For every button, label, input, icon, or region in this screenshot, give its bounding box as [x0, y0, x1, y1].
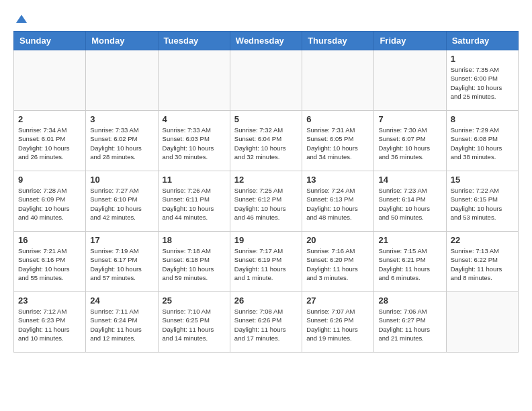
- day-cell: 8Sunrise: 7:29 AM Sunset: 6:08 PM Daylig…: [446, 111, 518, 171]
- day-cell: 16Sunrise: 7:21 AM Sunset: 6:16 PM Dayli…: [14, 232, 86, 292]
- day-number: 21: [378, 235, 441, 245]
- week-row-5: 23Sunrise: 7:12 AM Sunset: 6:23 PM Dayli…: [14, 292, 519, 353]
- day-info: Sunrise: 7:33 AM Sunset: 6:02 PM Dayligh…: [90, 126, 153, 161]
- day-cell: 13Sunrise: 7:24 AM Sunset: 6:13 PM Dayli…: [302, 171, 374, 232]
- day-info: Sunrise: 7:29 AM Sunset: 6:08 PM Dayligh…: [451, 126, 514, 161]
- day-cell: 21Sunrise: 7:15 AM Sunset: 6:21 PM Dayli…: [374, 232, 446, 292]
- day-info: Sunrise: 7:23 AM Sunset: 6:14 PM Dayligh…: [378, 186, 441, 222]
- day-number: 7: [378, 114, 441, 124]
- weekday-header-row: SundayMondayTuesdayWednesdayThursdayFrid…: [14, 32, 519, 50]
- day-info: Sunrise: 7:08 AM Sunset: 6:26 PM Dayligh…: [234, 307, 298, 342]
- week-row-3: 9Sunrise: 7:28 AM Sunset: 6:09 PM Daylig…: [14, 171, 519, 232]
- logo: [13, 13, 28, 24]
- day-info: Sunrise: 7:24 AM Sunset: 6:13 PM Dayligh…: [306, 186, 369, 222]
- day-cell: 3Sunrise: 7:33 AM Sunset: 6:02 PM Daylig…: [86, 111, 158, 171]
- day-number: 27: [306, 295, 369, 306]
- day-number: 19: [234, 235, 298, 245]
- day-number: 4: [163, 114, 226, 124]
- day-number: 12: [234, 175, 298, 185]
- header-saturday: Saturday: [446, 32, 518, 50]
- day-cell: 23Sunrise: 7:12 AM Sunset: 6:23 PM Dayli…: [14, 292, 86, 353]
- day-number: 6: [306, 114, 369, 124]
- day-info: Sunrise: 7:11 AM Sunset: 6:24 PM Dayligh…: [90, 307, 153, 342]
- day-cell: 10Sunrise: 7:27 AM Sunset: 6:10 PM Dayli…: [86, 171, 158, 232]
- day-cell: 19Sunrise: 7:17 AM Sunset: 6:19 PM Dayli…: [230, 232, 302, 292]
- day-number: 8: [451, 114, 514, 124]
- day-number: 13: [306, 175, 369, 185]
- day-cell: [230, 50, 302, 111]
- header-sunday: Sunday: [14, 32, 86, 50]
- day-number: 20: [306, 235, 369, 245]
- day-info: Sunrise: 7:22 AM Sunset: 6:15 PM Dayligh…: [451, 186, 514, 222]
- day-cell: 2Sunrise: 7:34 AM Sunset: 6:01 PM Daylig…: [14, 111, 86, 171]
- day-number: 18: [163, 235, 226, 245]
- day-info: Sunrise: 7:07 AM Sunset: 6:26 PM Dayligh…: [306, 307, 369, 342]
- calendar-table: SundayMondayTuesdayWednesdayThursdayFrid…: [13, 31, 519, 353]
- day-cell: 12Sunrise: 7:25 AM Sunset: 6:12 PM Dayli…: [230, 171, 302, 232]
- day-info: Sunrise: 7:18 AM Sunset: 6:18 PM Dayligh…: [163, 246, 226, 282]
- day-cell: 17Sunrise: 7:19 AM Sunset: 6:17 PM Dayli…: [86, 232, 158, 292]
- day-number: 26: [234, 295, 298, 306]
- day-cell: 7Sunrise: 7:30 AM Sunset: 6:07 PM Daylig…: [374, 111, 446, 171]
- day-cell: 20Sunrise: 7:16 AM Sunset: 6:20 PM Dayli…: [302, 232, 374, 292]
- day-info: Sunrise: 7:16 AM Sunset: 6:20 PM Dayligh…: [306, 246, 369, 282]
- day-number: 14: [378, 175, 441, 185]
- day-info: Sunrise: 7:26 AM Sunset: 6:11 PM Dayligh…: [163, 186, 226, 222]
- day-number: 24: [90, 295, 153, 306]
- day-info: Sunrise: 7:31 AM Sunset: 6:05 PM Dayligh…: [306, 126, 369, 161]
- day-cell: 14Sunrise: 7:23 AM Sunset: 6:14 PM Dayli…: [374, 171, 446, 232]
- header-tuesday: Tuesday: [158, 32, 230, 50]
- day-cell: [374, 50, 446, 111]
- day-cell: 15Sunrise: 7:22 AM Sunset: 6:15 PM Dayli…: [446, 171, 518, 232]
- day-number: 9: [18, 175, 81, 185]
- day-cell: [14, 50, 86, 111]
- day-number: 23: [18, 295, 81, 306]
- day-number: 5: [234, 114, 298, 124]
- day-cell: 6Sunrise: 7:31 AM Sunset: 6:05 PM Daylig…: [302, 111, 374, 171]
- day-number: 11: [163, 175, 226, 185]
- day-number: 1: [451, 54, 514, 64]
- day-cell: 22Sunrise: 7:13 AM Sunset: 6:22 PM Dayli…: [446, 232, 518, 292]
- day-info: Sunrise: 7:13 AM Sunset: 6:22 PM Dayligh…: [451, 246, 514, 282]
- day-cell: 26Sunrise: 7:08 AM Sunset: 6:26 PM Dayli…: [230, 292, 302, 353]
- day-number: 3: [90, 114, 153, 124]
- day-cell: 4Sunrise: 7:33 AM Sunset: 6:03 PM Daylig…: [158, 111, 230, 171]
- day-info: Sunrise: 7:19 AM Sunset: 6:17 PM Dayligh…: [90, 246, 153, 282]
- day-info: Sunrise: 7:35 AM Sunset: 6:00 PM Dayligh…: [451, 65, 514, 101]
- day-cell: 18Sunrise: 7:18 AM Sunset: 6:18 PM Dayli…: [158, 232, 230, 292]
- day-cell: 11Sunrise: 7:26 AM Sunset: 6:11 PM Dayli…: [158, 171, 230, 232]
- header-wednesday: Wednesday: [230, 32, 302, 50]
- day-info: Sunrise: 7:25 AM Sunset: 6:12 PM Dayligh…: [234, 186, 298, 222]
- day-info: Sunrise: 7:10 AM Sunset: 6:25 PM Dayligh…: [163, 307, 226, 342]
- day-cell: 27Sunrise: 7:07 AM Sunset: 6:26 PM Dayli…: [302, 292, 374, 353]
- svg-marker-0: [16, 15, 27, 23]
- header-friday: Friday: [374, 32, 446, 50]
- day-number: 15: [451, 175, 514, 185]
- day-number: 16: [18, 235, 81, 245]
- day-cell: 28Sunrise: 7:06 AM Sunset: 6:27 PM Dayli…: [374, 292, 446, 353]
- day-info: Sunrise: 7:27 AM Sunset: 6:10 PM Dayligh…: [90, 186, 153, 222]
- day-cell: 25Sunrise: 7:10 AM Sunset: 6:25 PM Dayli…: [158, 292, 230, 353]
- week-row-4: 16Sunrise: 7:21 AM Sunset: 6:16 PM Dayli…: [14, 232, 519, 292]
- day-number: 10: [90, 175, 153, 185]
- day-cell: [302, 50, 374, 111]
- day-number: 17: [90, 235, 153, 245]
- week-row-2: 2Sunrise: 7:34 AM Sunset: 6:01 PM Daylig…: [14, 111, 519, 171]
- day-info: Sunrise: 7:34 AM Sunset: 6:01 PM Dayligh…: [18, 126, 81, 161]
- day-info: Sunrise: 7:28 AM Sunset: 6:09 PM Dayligh…: [18, 186, 81, 222]
- header-thursday: Thursday: [302, 32, 374, 50]
- day-info: Sunrise: 7:15 AM Sunset: 6:21 PM Dayligh…: [378, 246, 441, 282]
- day-cell: [86, 50, 158, 111]
- page-header: [13, 13, 519, 24]
- day-info: Sunrise: 7:17 AM Sunset: 6:19 PM Dayligh…: [234, 246, 298, 282]
- day-number: 2: [18, 114, 81, 124]
- day-info: Sunrise: 7:21 AM Sunset: 6:16 PM Dayligh…: [18, 246, 81, 282]
- day-cell: [158, 50, 230, 111]
- day-info: Sunrise: 7:06 AM Sunset: 6:27 PM Dayligh…: [378, 307, 441, 342]
- day-number: 22: [451, 235, 514, 245]
- day-number: 28: [378, 295, 441, 306]
- day-cell: 9Sunrise: 7:28 AM Sunset: 6:09 PM Daylig…: [14, 171, 86, 232]
- day-info: Sunrise: 7:12 AM Sunset: 6:23 PM Dayligh…: [18, 307, 81, 342]
- day-info: Sunrise: 7:30 AM Sunset: 6:07 PM Dayligh…: [378, 126, 441, 161]
- day-info: Sunrise: 7:32 AM Sunset: 6:04 PM Dayligh…: [234, 126, 298, 161]
